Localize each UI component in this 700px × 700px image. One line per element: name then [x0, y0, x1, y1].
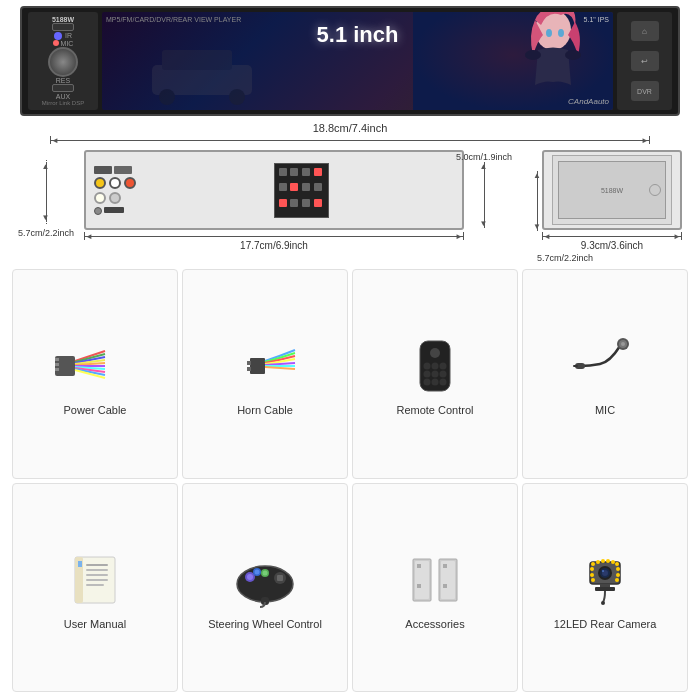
- svg-point-23: [424, 370, 431, 377]
- svg-point-5: [565, 50, 581, 60]
- svg-point-74: [590, 573, 594, 577]
- svg-point-65: [602, 570, 604, 572]
- width-line: ◄ ►: [51, 140, 649, 141]
- svg-point-2: [546, 29, 552, 37]
- depth-line: ▲ ▼: [484, 162, 485, 228]
- svg-rect-56: [417, 584, 421, 588]
- svg-rect-39: [86, 579, 108, 581]
- mic-svg: [570, 336, 640, 396]
- accessory-remote: Remote Control: [352, 269, 518, 479]
- top-tick-h: [46, 160, 47, 161]
- accessory-horn-cable: Horn Cable: [182, 269, 348, 479]
- svg-point-8: [159, 89, 175, 105]
- remote-svg: [405, 336, 465, 396]
- rca-video: [94, 192, 106, 204]
- side-width-label: 9.3cm/3.6inch: [581, 240, 643, 251]
- accessory-accessories: Accessories: [352, 483, 518, 693]
- mic-icon: [555, 333, 655, 398]
- usb-port: [52, 23, 74, 31]
- rca-white: [109, 177, 121, 189]
- height-line: ▲ ▼: [46, 162, 47, 222]
- car-background: [142, 35, 262, 105]
- svg-point-77: [615, 578, 619, 582]
- steering-svg: [225, 549, 305, 609]
- back-btn[interactable]: ↩: [631, 51, 659, 71]
- right-tick: [649, 136, 650, 144]
- side-height-area: ▲ ▼ 5188W: [537, 150, 682, 251]
- dvr-btn[interactable]: DVR: [631, 81, 659, 101]
- device-views-section: ▲ ▼ 5.7cm/2.2inch: [8, 150, 692, 263]
- svg-point-70: [611, 560, 615, 564]
- port-2: [114, 166, 132, 174]
- mic-label: MIC: [595, 404, 615, 416]
- left-panel: 5188W IR MIC RES AUX Mirror Link DSP: [28, 12, 98, 110]
- bottom-labels: Mirror Link DSP: [42, 100, 84, 106]
- svg-rect-51: [277, 575, 283, 581]
- svg-point-31: [621, 342, 625, 346]
- home-btn[interactable]: ⌂: [631, 21, 659, 41]
- pin: [302, 199, 310, 207]
- svg-point-80: [601, 601, 605, 605]
- svg-point-47: [255, 570, 260, 575]
- svg-rect-36: [86, 564, 108, 566]
- pin: [302, 183, 310, 191]
- svg-point-21: [432, 362, 439, 369]
- volume-knob[interactable]: [48, 47, 78, 77]
- mic-dot: [53, 40, 59, 46]
- svg-rect-41: [78, 561, 82, 567]
- small-ports: [94, 207, 136, 215]
- svg-point-22: [440, 362, 447, 369]
- camera-svg: [565, 547, 645, 612]
- remote-label: Remote Control: [396, 404, 473, 416]
- screen-image: [413, 12, 613, 110]
- port-1: [94, 166, 112, 174]
- accessories-svg: [395, 549, 475, 609]
- back-width-label: 17.7cm/6.9inch: [240, 240, 308, 251]
- pin-red: [290, 183, 298, 191]
- right-panel: ⌂ ↩ DVR: [617, 12, 672, 110]
- aux-port: [52, 84, 74, 92]
- svg-point-67: [596, 560, 600, 564]
- svg-rect-55: [417, 564, 421, 568]
- svg-rect-38: [86, 574, 108, 576]
- back-width-line: ◄ ►: [85, 236, 463, 237]
- ir-label: IR: [65, 32, 72, 39]
- side-view-container: ▲ ▼ 5188W: [537, 150, 682, 263]
- svg-point-45: [247, 574, 253, 580]
- accessory-manual: User Manual: [12, 483, 178, 693]
- ir-led: [54, 32, 62, 40]
- pin: [279, 183, 287, 191]
- svg-rect-14: [250, 358, 265, 374]
- svg-point-25: [440, 370, 447, 377]
- svg-point-75: [616, 573, 620, 577]
- svg-point-3: [558, 29, 564, 37]
- power-cable-label: Power Cable: [64, 404, 127, 416]
- manual-svg: [60, 549, 130, 609]
- svg-rect-37: [86, 569, 108, 571]
- svg-point-68: [601, 559, 605, 563]
- right-tick-s: [681, 232, 682, 240]
- svg-rect-13: [55, 368, 59, 371]
- manual-label: User Manual: [64, 618, 126, 630]
- right-tick-b: [463, 232, 464, 240]
- camera-label: 12LED Rear Camera: [554, 618, 657, 630]
- main-connector: [274, 163, 329, 218]
- pin: [290, 199, 298, 207]
- back-view-container: 5.0cm/1.9inch ▲ ▼ ◄ ► 17.7cm/6: [84, 150, 464, 251]
- svg-point-24: [432, 370, 439, 377]
- horn-cable-label: Horn Cable: [237, 404, 293, 416]
- svg-point-20: [424, 362, 431, 369]
- manual-icon: [45, 547, 145, 612]
- svg-point-72: [590, 567, 594, 571]
- svg-point-69: [606, 559, 610, 563]
- svg-point-19: [430, 348, 440, 358]
- player-type: MP5/FM/CARD/DVR/REAR VIEW PLAYER: [106, 16, 241, 23]
- svg-rect-16: [247, 367, 251, 371]
- svg-rect-15: [247, 361, 251, 365]
- svg-rect-33: [573, 365, 578, 367]
- device-screen: 5.1 inch: [102, 12, 613, 110]
- pin-red: [279, 199, 287, 207]
- width-dimension: 18.8cm/7.4inch ◄ ►: [8, 120, 692, 146]
- mini-ports: [94, 166, 136, 174]
- svg-point-4: [525, 50, 541, 60]
